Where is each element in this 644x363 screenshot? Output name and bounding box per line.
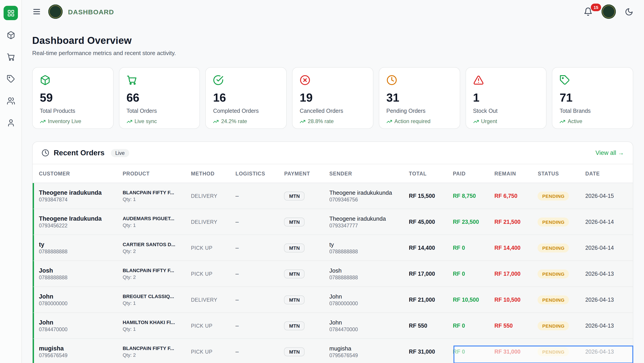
topbar-left: DASHBOARD xyxy=(32,5,114,19)
total-amount: RF 21,000 xyxy=(409,296,453,303)
stat-label: Total Products xyxy=(40,108,106,114)
app-title: DASHBOARD xyxy=(68,8,114,16)
stat-label: Cancelled Orders xyxy=(300,108,366,114)
stat-value: 59 xyxy=(40,91,106,105)
clock-icon xyxy=(42,149,49,157)
table-row[interactable]: Theogene Iradukunda0793456222 AUDEMARS P… xyxy=(33,209,633,235)
payment-badge: MTN xyxy=(284,347,305,356)
column-header-customer: CUSTOMER xyxy=(39,171,122,176)
method-cell: DELIVERY xyxy=(191,193,236,198)
column-header-product: PRODUCT xyxy=(122,171,191,176)
total-amount: RF 17,000 xyxy=(409,271,453,277)
sender-name: mugisha xyxy=(330,345,404,352)
method-cell: DELIVERY xyxy=(191,297,236,302)
status-badge: PENDING xyxy=(538,191,569,200)
stat-card: 71 Total Brands Active xyxy=(552,67,633,129)
page-title: Dashboard Overview xyxy=(32,35,633,47)
stat-value: 66 xyxy=(126,91,192,105)
stat-card: 1 Stock Out Urgent xyxy=(465,67,546,129)
sender-name: John xyxy=(330,293,404,300)
column-header-payment: PAYMENT xyxy=(284,171,330,176)
sidebar-item-profile[interactable] xyxy=(4,116,18,130)
sidebar-item-dashboard[interactable] xyxy=(4,6,18,20)
stat-note-text: Urgent xyxy=(481,118,497,124)
total-amount: RF 31,000 xyxy=(409,348,453,355)
total-amount: RF 550 xyxy=(409,322,453,329)
table-header-row: CUSTOMERPRODUCTMETHODLOGISTICSPAYMENTSEN… xyxy=(33,164,633,183)
remain-amount: RF 17,000 xyxy=(494,271,538,277)
column-header-remain: REMAIN xyxy=(494,171,538,176)
stat-note: Live sync xyxy=(126,118,192,124)
product-qty: Qty: 2 xyxy=(122,352,186,358)
view-all-link[interactable]: View all → xyxy=(596,150,624,156)
logistics-cell: – xyxy=(236,244,284,251)
order-date: 2026-04-14 xyxy=(585,245,633,251)
menu-icon[interactable] xyxy=(32,7,41,16)
customer-phone: 0788888888 xyxy=(39,275,118,280)
clock-icon xyxy=(386,75,397,86)
product-name: AUDEMARS PIGUET... xyxy=(122,216,186,221)
grid-icon xyxy=(7,9,14,17)
column-header-paid: PAID xyxy=(453,171,494,176)
method-cell: PICK UP xyxy=(191,245,236,250)
stat-card: 31 Pending Orders Action required xyxy=(379,67,460,129)
check-circle-icon xyxy=(213,75,224,86)
table-row[interactable]: ty0788888888 CARTIER SANTOS D...Qty: 2 P… xyxy=(33,235,633,261)
customer-phone: 0795676549 xyxy=(39,353,118,358)
table-row[interactable]: John0780000000 BREGUET CLASSIQ...Qty: 1 … xyxy=(33,287,633,313)
logistics-cell: – xyxy=(236,348,284,355)
paid-amount: RF 0 xyxy=(453,245,494,251)
product-qty: Qty: 1 xyxy=(122,300,186,306)
method-cell: PICK UP xyxy=(191,271,236,276)
table-row[interactable]: John0784470000 HAMILTON KHAKI FI...Qty: … xyxy=(33,313,633,339)
stat-note: 28.8% rate xyxy=(300,118,366,124)
stats-row: 59 Total Products Inventory Live 66 Tota… xyxy=(32,67,633,129)
sender-name: John xyxy=(330,319,404,326)
payment-badge: MTN xyxy=(284,217,305,226)
package-icon xyxy=(40,75,50,86)
stat-value: 16 xyxy=(213,91,279,105)
order-date: 2026-04-13 xyxy=(585,271,633,277)
payment-badge: MTN xyxy=(284,269,305,278)
product-qty: Qty: 1 xyxy=(122,222,186,228)
table-row[interactable]: Josh0788888888 BLANCPAIN FIFTY F...Qty: … xyxy=(33,261,633,287)
stat-note: Urgent xyxy=(473,118,539,124)
product-name: CARTIER SANTOS D... xyxy=(122,242,186,247)
trend-up-icon xyxy=(473,118,479,124)
sender-phone: 0788888888 xyxy=(330,275,404,280)
paid-amount: RF 10,500 xyxy=(453,296,494,303)
payment-badge: MTN xyxy=(284,295,305,304)
stat-card: 16 Completed Orders 24.2% rate xyxy=(206,67,287,129)
order-date: 2026-04-13 xyxy=(585,322,633,329)
remain-amount: RF 10,500 xyxy=(494,296,538,303)
sidebar-item-products[interactable] xyxy=(4,28,18,42)
product-name: BLANCPAIN FIFTY F... xyxy=(122,268,186,273)
status-badge: PENDING xyxy=(538,295,569,304)
stat-note-text: 28.8% rate xyxy=(308,118,334,124)
recent-orders-header: Recent Orders Live View all → xyxy=(33,142,633,164)
moon-icon[interactable] xyxy=(625,8,633,16)
customer-name: mugisha xyxy=(39,345,118,352)
total-amount: RF 14,400 xyxy=(409,245,453,251)
brand: DASHBOARD xyxy=(48,5,114,19)
sidebar-item-customers[interactable] xyxy=(4,94,18,108)
avatar[interactable] xyxy=(602,5,616,19)
trend-up-icon xyxy=(300,118,306,124)
customer-phone: 0788888888 xyxy=(39,249,118,254)
package-icon xyxy=(6,31,15,39)
stat-card: 66 Total Orders Live sync xyxy=(119,67,200,129)
sender-name: Theogene iradukukunda xyxy=(330,189,404,196)
stat-label: Total Orders xyxy=(126,108,192,114)
sender-name: Theogene iradukunda xyxy=(330,215,404,222)
payment-badge: MTN xyxy=(284,321,305,330)
debug-highlight-overlay xyxy=(454,345,633,363)
method-cell: PICK UP xyxy=(191,349,236,354)
status-badge: PENDING xyxy=(538,269,569,278)
remain-amount: RF 14,400 xyxy=(494,245,538,251)
sidebar-item-brands[interactable] xyxy=(4,72,18,86)
sender-phone: 0784470000 xyxy=(330,327,404,332)
total-amount: RF 15,500 xyxy=(409,193,453,199)
table-row[interactable]: Theogene iradukunda0793847874 BLANCPAIN … xyxy=(33,183,633,209)
table-body: Theogene iradukunda0793847874 BLANCPAIN … xyxy=(33,183,633,363)
sidebar-item-orders[interactable] xyxy=(4,50,18,64)
